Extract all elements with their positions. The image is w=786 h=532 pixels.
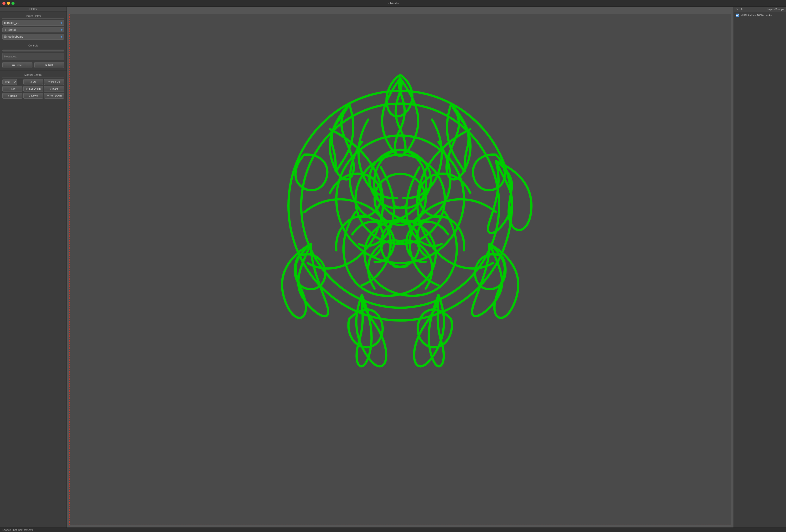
mm-select[interactable]: 1mm 5mm 10mm (2, 79, 17, 85)
plotter-select-wrapper: botaplot_v1 botaplot_v2 (2, 20, 64, 26)
target-plotter-section: Target Plotter botaplot_v1 botaplot_v2 🎙… (0, 12, 67, 41)
serial-select-wrapper: 🎙 Serial USB (2, 27, 64, 32)
plotter-select[interactable]: botaplot_v1 botaplot_v2 (2, 20, 64, 26)
manual-control-section: Manual Control 1mm 5mm 10mm ∧ Up ✏ Pen U… (0, 70, 67, 101)
window-controls (2, 2, 15, 5)
left-button[interactable]: ‹ Left (2, 86, 22, 92)
right-panel: ✕ ↻ Layers/Groups all:Plottable - 1000 c… (734, 7, 786, 528)
canvas-area (67, 7, 734, 528)
status-text: Loaded knot_hex_test.svg (2, 528, 33, 531)
manual-control-label: Manual Control (2, 72, 64, 77)
minimize-button[interactable] (7, 2, 10, 5)
left-sidebar: Plotter Target Plotter botaplot_v1 botap… (0, 7, 67, 528)
close-button[interactable] (2, 2, 5, 5)
set-origin-button[interactable]: ◎ Set Origin (23, 86, 43, 92)
layer-checkbox[interactable] (736, 14, 739, 17)
svg-point-1 (355, 155, 445, 244)
controls-label: Controls (2, 43, 64, 48)
layer-item: all:Plottable - 1000 chunks (734, 12, 786, 18)
down-button[interactable]: ∨ Down (23, 93, 43, 99)
svg-point-4 (301, 104, 499, 308)
progress-bar-container (2, 50, 64, 51)
plot-canvas (69, 14, 731, 525)
right-panel-header: ✕ ↻ Layers/Groups (734, 7, 786, 12)
status-bar: Loaded knot_hex_test.svg (0, 528, 786, 532)
target-plotter-label: Target Plotter (2, 13, 64, 19)
mm-select-wrapper: 1mm 5mm 10mm (2, 79, 22, 85)
pen-down-button[interactable]: ✏ Pen Down (44, 93, 64, 99)
right-panel-icons: ✕ ↻ (736, 8, 744, 11)
main-layout: Plotter Target Plotter botaplot_v1 botap… (0, 7, 786, 528)
title-bar: Bot-à-Plot (0, 0, 786, 7)
window-title: Bot-à-Plot (387, 2, 399, 5)
up-button[interactable]: ∧ Up (23, 79, 43, 85)
controls-btn-row: ⏮ Reset ▶ Run (2, 62, 64, 68)
serial-icon: 🎙 (4, 28, 7, 31)
messages-box: Messages... (2, 53, 64, 60)
messages-text: Messages... (4, 55, 18, 58)
right-panel-title: Layers/Groups (767, 8, 784, 11)
board-select[interactable]: Smoothieboard GRBL EiBotBoard (2, 34, 64, 40)
refresh-panel-button[interactable]: ↻ (740, 8, 744, 11)
serial-select[interactable]: Serial USB (8, 28, 60, 31)
knot-svg (70, 14, 731, 525)
layer-label: all:Plottable - 1000 chunks (741, 14, 772, 17)
reset-button[interactable]: ⏮ Reset (2, 62, 32, 68)
run-button[interactable]: ▶ Run (34, 62, 64, 68)
svg-point-3 (288, 91, 512, 320)
controls-section: Controls Messages... ⏮ Reset ▶ Run (0, 41, 67, 70)
home-button[interactable]: ⌂ Home (2, 93, 22, 99)
board-select-wrapper: Smoothieboard GRBL EiBotBoard (2, 34, 64, 40)
maximize-button[interactable] (11, 2, 15, 5)
right-button[interactable]: › Right (44, 86, 64, 92)
pen-up-button[interactable]: ✏ Pen Up (44, 79, 64, 85)
plotter-section-header: Plotter (0, 7, 67, 12)
close-panel-button[interactable]: ✕ (736, 8, 739, 11)
